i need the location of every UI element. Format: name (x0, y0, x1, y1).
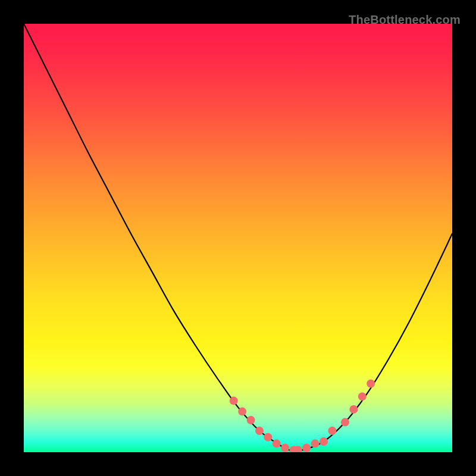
threshold-dot (328, 427, 336, 435)
threshold-dot (238, 408, 246, 416)
threshold-dot (230, 397, 238, 405)
threshold-dot (281, 444, 289, 452)
threshold-dot (311, 440, 320, 448)
threshold-dot (255, 427, 264, 435)
threshold-dot (341, 418, 349, 427)
threshold-dot (358, 392, 367, 400)
threshold-dots (230, 380, 375, 452)
threshold-dot (349, 405, 358, 414)
threshold-dot (264, 433, 272, 441)
curve-svg (24, 24, 452, 452)
watermark-text: TheBottleneck.com (349, 13, 461, 27)
threshold-dot (273, 440, 281, 448)
bottleneck-curve (24, 24, 452, 451)
chart-frame: TheBottleneck.com (11, 11, 465, 465)
threshold-dot (367, 380, 375, 388)
plot-area (24, 24, 452, 452)
threshold-dot (247, 416, 255, 424)
threshold-dot (302, 444, 311, 452)
threshold-dot (320, 437, 328, 446)
